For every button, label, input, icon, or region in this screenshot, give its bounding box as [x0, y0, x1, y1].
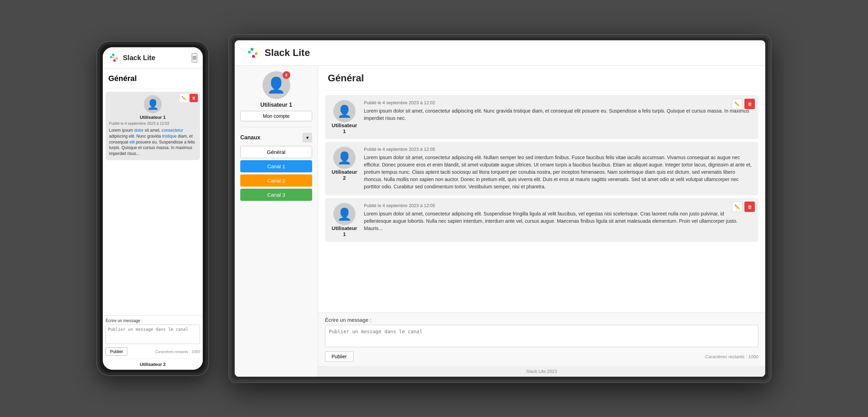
message-left-col-3: 👤 Utilisateur 1: [331, 203, 358, 237]
delete-button-3[interactable]: 🗑: [744, 202, 755, 212]
sidebar-avatar-wrap: 👤 8: [262, 71, 290, 99]
message-actions-1: ✏️ 🗑: [732, 99, 755, 109]
channel-item-canal1[interactable]: Canal 1: [240, 160, 312, 172]
user-avatar-icon-2: 👤: [337, 151, 352, 165]
mobile-device: Slack Lite ≡ Général ✏️ 🗑 👤 Utilisateur …: [97, 42, 208, 375]
user-icon: 👤: [147, 99, 159, 110]
message-text-1: Lorem ipsum dolor sit amet, consectetur …: [364, 107, 753, 122]
message-text: Lorem ipsum dolor sit amet, consectetur …: [109, 128, 197, 157]
mobile-channel-title: Général: [103, 68, 203, 89]
desktop-slack-logo-icon: [246, 46, 260, 60]
avatar: 👤: [144, 95, 162, 113]
mobile-app-title: Slack Lite: [123, 54, 155, 62]
desktop-message-card-1: 👤 Utilisateur 1 Publié le 4 septembre 20…: [325, 95, 758, 139]
message-timestamp-3: Publié le 4 septembre 2023 à 12:05: [364, 203, 753, 208]
message-avatar-3: 👤: [333, 203, 356, 225]
mobile-header-left: Slack Lite: [108, 52, 155, 63]
user-avatar-icon: 👤: [337, 104, 352, 118]
desktop-body: 👤 8 Utilisateur 1 Mon compte Canaux ▾ Gé…: [235, 66, 765, 377]
message-username-2: Utilisateur 2: [331, 169, 358, 181]
sidebar-channels-label: Canaux ▾: [240, 133, 312, 142]
mobile-msg-actions: ✏️ 🗑: [180, 94, 198, 102]
mobile-header: Slack Lite ≡: [103, 47, 203, 68]
desktop-compose-footer: Publier Caractères restants : 1000: [325, 351, 758, 362]
desktop-screen: Slack Lite 👤 8 Utilisateur 1 Mon compte: [235, 40, 765, 377]
channel-list: Général Canal 1 Canal 2 Canal 3: [240, 146, 312, 201]
desktop-char-count: Caractères restants : 1000: [705, 354, 758, 359]
mobile-content: Général ✏️ 🗑 👤 Utilisateur 1 Publié le 4…: [103, 68, 203, 370]
sidebar-username: Utilisateur 1: [260, 102, 292, 108]
publish-button[interactable]: Publier: [106, 348, 127, 356]
char-count: Caractères restants : 1000: [155, 350, 200, 354]
compose-footer: Publier Caractères restants : 1000: [106, 348, 200, 356]
edit-button-1[interactable]: ✏️: [732, 99, 742, 109]
message-left-col: 👤 Utilisateur 1: [331, 100, 358, 134]
channel-item-canal3[interactable]: Canal 3: [240, 189, 312, 201]
message-timestamp-1: Publié le 4 septembre 2023 à 12:02: [364, 100, 753, 105]
desktop-app-title: Slack Lite: [265, 47, 310, 58]
notification-badge: 8: [283, 71, 290, 79]
message-timestamp: Publié le 4 septembre 2023 à 12:02: [109, 121, 197, 125]
desktop-device: Slack Lite 👤 8 Utilisateur 1 Mon compte: [229, 35, 771, 382]
message-username: Utilisateur 1: [109, 115, 197, 120]
sidebar-user-section: 👤 8 Utilisateur 1 Mon compte: [240, 71, 312, 127]
delete-button[interactable]: 🗑: [190, 94, 198, 102]
mobile-message-card: ✏️ 🗑 👤 Utilisateur 1 Publié le 4 septemb…: [106, 92, 200, 160]
delete-button-1[interactable]: 🗑: [744, 99, 755, 109]
desktop-message-input[interactable]: [325, 325, 758, 347]
desktop-compose-label: Écrire un message :: [325, 317, 758, 323]
sidebar-user-icon: 👤: [267, 76, 286, 94]
mobile-bottom-username: Utilisateur 2: [103, 359, 203, 370]
mobile-compose: Écrire un message : Publier Caractères r…: [103, 315, 203, 359]
channel-item-general[interactable]: Général: [240, 146, 312, 158]
channels-dropdown-button[interactable]: ▾: [302, 133, 312, 142]
message-text-3: Lorem ipsum dolor sit amet, consectetur …: [364, 210, 753, 232]
mobile-messages: ✏️ 🗑 👤 Utilisateur 1 Publié le 4 septemb…: [103, 89, 203, 315]
user-avatar-icon-3: 👤: [337, 207, 352, 221]
desktop-header: Slack Lite: [235, 40, 765, 66]
desktop-channel-title: Général: [318, 66, 765, 91]
message-body-1: Publié le 4 septembre 2023 à 12:02 Lorem…: [364, 100, 753, 134]
desktop-messages: 👤 Utilisateur 1 Publié le 4 septembre 20…: [318, 91, 765, 312]
compose-label: Écrire un message :: [106, 318, 200, 323]
desktop-publish-button[interactable]: Publier: [325, 351, 353, 362]
message-username-1: Utilisateur 1: [331, 122, 358, 134]
message-text-2: Lorem ipsum dolor sit amet, consectetur …: [364, 154, 753, 190]
message-input[interactable]: [106, 325, 200, 344]
message-avatar: 👤: [333, 100, 356, 122]
message-avatar-2: 👤: [333, 147, 356, 169]
message-left-col-2: 👤 Utilisateur 2: [331, 147, 358, 190]
desktop-footer: Slack Lite 2023: [318, 366, 765, 377]
desktop-sidebar: 👤 8 Utilisateur 1 Mon compte Canaux ▾ Gé…: [235, 66, 318, 377]
hamburger-button[interactable]: ≡: [192, 53, 197, 63]
desktop-main: Général 👤 Utilisateur 1 Publié le 4 sept…: [318, 66, 765, 377]
edit-button-3[interactable]: ✏️: [732, 202, 742, 212]
channel-item-canal2[interactable]: Canal 2: [240, 174, 312, 187]
mobile-screen: Slack Lite ≡ Général ✏️ 🗑 👤 Utilisateur …: [103, 47, 203, 370]
account-button[interactable]: Mon compte: [240, 111, 312, 121]
desktop-message-card-3: 👤 Utilisateur 1 Publié le 4 septembre 20…: [325, 198, 758, 242]
desktop-message-card-2: 👤 Utilisateur 2 Publié le 4 septembre 20…: [325, 142, 758, 195]
message-body-2: Publié le 4 septembre 2023 à 12:05 Lorem…: [364, 147, 753, 190]
message-body-3: Publié le 4 septembre 2023 à 12:05 Lorem…: [364, 203, 753, 237]
slack-logo-icon: [108, 52, 119, 63]
message-timestamp-2: Publié le 4 septembre 2023 à 12:05: [364, 147, 753, 152]
desktop-compose: Écrire un message : Publier Caractères r…: [318, 312, 765, 366]
edit-button[interactable]: ✏️: [180, 94, 188, 102]
message-username-3: Utilisateur 1: [331, 225, 358, 237]
message-actions-3: ✏️ 🗑: [732, 202, 755, 212]
